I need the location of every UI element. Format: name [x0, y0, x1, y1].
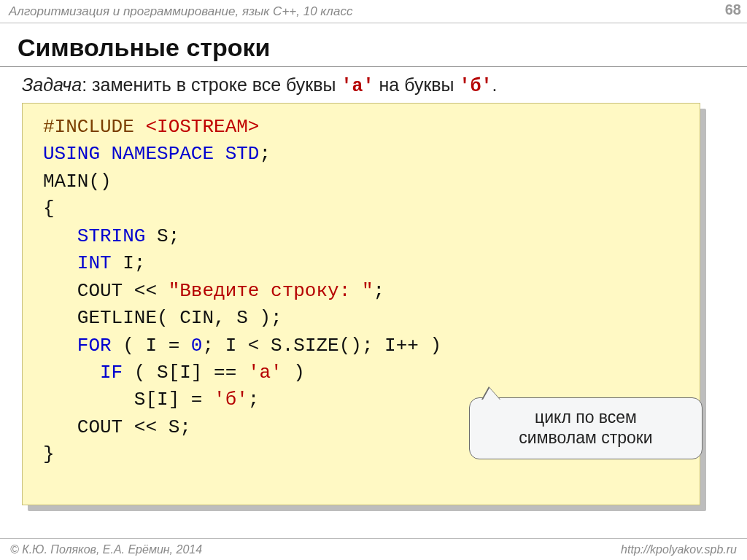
course-label: Алгоритмизация и программирование, язык … [9, 4, 352, 19]
code-getline: GETLINE( CIN, S ); [43, 307, 282, 329]
slide-title: Символьные строки [18, 34, 747, 62]
callout-line-1: цикл по всем [483, 407, 689, 428]
callout-line-2: символам строки [483, 427, 689, 448]
code-kw-if: IF [100, 362, 123, 384]
code-for-1: ( I = [112, 335, 191, 357]
code-cout-prefix: COUT << [43, 280, 169, 302]
code-num-zero: 0 [191, 335, 203, 357]
code-if-1: ( S[I] == [123, 362, 248, 384]
code-decl-s: S; [145, 225, 179, 247]
code-container: #INCLUDE <IOSTREAM> USING NAMESPACE STD;… [22, 103, 708, 505]
footer-url: http://kpolyakov.spb.ru [621, 543, 737, 556]
code-if-2: ) [282, 362, 305, 384]
task-line: Задача: заменить в строке все буквы 'а' … [22, 74, 747, 97]
callout-bubble: цикл по всем символам строки [469, 397, 703, 460]
code-open-brace: { [43, 198, 55, 219]
code-cout-s: COUT << S; [43, 416, 191, 438]
task-lit-b: 'б' [460, 76, 492, 97]
task-text-after: . [492, 74, 498, 95]
code-string-prompt: "Введите строку: " [169, 280, 374, 302]
task-lit-a: 'а' [341, 76, 374, 97]
code-kw-string: STRING [77, 225, 146, 247]
code-close-brace: } [43, 443, 55, 465]
code-assign-pre: S[I] = [43, 389, 214, 411]
code-for-2: ; I < S.SIZE(); I++ ) [202, 335, 441, 357]
task-label: Задача [22, 74, 82, 95]
page-number: 68 [725, 1, 741, 18]
code-semi-11: ; [248, 389, 260, 411]
code-semi-1: ; [259, 143, 271, 165]
code-semi-7: ; [374, 280, 385, 302]
footer-copyright: © К.Ю. Поляков, Е.А. Ерёмин, 2014 [10, 543, 202, 556]
code-main: MAIN() [43, 171, 112, 192]
code-decl-i: I; [112, 252, 146, 274]
code-indent-5 [43, 225, 77, 247]
code-indent-9 [43, 335, 77, 357]
code-include-directive: #INCLUDE [43, 116, 145, 138]
code-indent-6 [43, 252, 77, 274]
task-text-before: : заменить в строке все буквы [82, 74, 341, 95]
code-char-b: 'б' [214, 389, 248, 411]
task-text-mid: на буквы [374, 74, 460, 95]
top-bar: Алгоритмизация и программирование, язык … [0, 0, 747, 23]
footer-bar: © К.Ю. Поляков, Е.А. Ерёмин, 2014 http:/… [0, 538, 747, 560]
code-indent-10 [43, 362, 100, 384]
code-include-header: <IOSTREAM> [145, 116, 259, 138]
code-kw-for: FOR [77, 335, 112, 357]
title-divider [0, 66, 747, 67]
callout-tail [481, 386, 500, 400]
code-char-a: 'а' [248, 362, 282, 384]
code-kw-int: INT [77, 252, 112, 274]
code-using-namespace: USING NAMESPACE STD [43, 143, 259, 165]
callout-wrap: цикл по всем символам строки [469, 397, 703, 460]
code-box: #INCLUDE <IOSTREAM> USING NAMESPACE STD;… [22, 103, 700, 505]
